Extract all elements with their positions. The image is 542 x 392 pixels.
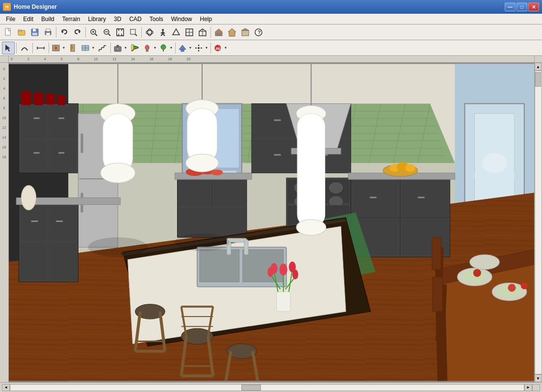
svg-point-243 bbox=[296, 220, 326, 235]
library-dropdown[interactable]: ▾ bbox=[169, 42, 174, 54]
stair-tool[interactable] bbox=[96, 42, 109, 54]
svg-point-252 bbox=[473, 269, 481, 277]
zoom-box-button[interactable] bbox=[127, 26, 140, 39]
svg-rect-133 bbox=[34, 93, 44, 105]
scroll-thumb-horizontal[interactable] bbox=[241, 385, 261, 391]
sep5 bbox=[16, 43, 17, 53]
menu-file[interactable]: File bbox=[2, 15, 19, 24]
decor-dropdown[interactable]: ▾ bbox=[153, 42, 157, 54]
svg-rect-203 bbox=[277, 292, 290, 311]
save-button[interactable] bbox=[28, 26, 41, 39]
sep3 bbox=[141, 27, 142, 38]
zoom-out-button[interactable] bbox=[101, 26, 113, 39]
door-tool[interactable] bbox=[67, 42, 79, 54]
canvas-area[interactable] bbox=[9, 63, 534, 382]
scrollbar-right[interactable]: ▲ ▼ bbox=[534, 63, 542, 382]
scroll-track-vertical[interactable] bbox=[535, 71, 542, 374]
svg-point-162 bbox=[211, 170, 223, 175]
svg-rect-38 bbox=[219, 33, 221, 36]
close-button[interactable]: ✕ bbox=[528, 2, 539, 11]
svg-rect-258 bbox=[432, 237, 441, 270]
window-tool[interactable] bbox=[80, 42, 91, 54]
library-group: ▾ bbox=[158, 42, 174, 54]
scroll-left-button[interactable]: ◄ bbox=[2, 384, 10, 391]
status-bar: ◄ ► bbox=[0, 382, 542, 392]
floor-dropdown[interactable]: ▾ bbox=[188, 42, 193, 54]
elevation-button[interactable] bbox=[170, 26, 182, 39]
redo-button[interactable] bbox=[71, 26, 84, 39]
menu-terrain[interactable]: Terrain bbox=[58, 15, 84, 24]
menu-library[interactable]: Library bbox=[84, 15, 110, 24]
cabinet-dropdown[interactable]: ▾ bbox=[61, 42, 66, 54]
house-interior-button[interactable] bbox=[239, 26, 252, 39]
menu-cad[interactable]: CAD bbox=[125, 15, 145, 24]
framing-button[interactable] bbox=[183, 26, 196, 39]
svg-rect-158 bbox=[179, 208, 246, 237]
svg-point-64 bbox=[116, 48, 119, 50]
cabinet-tool[interactable] bbox=[51, 42, 61, 54]
dimension-tool[interactable] bbox=[34, 42, 47, 54]
ruler-left-mark: 4 bbox=[3, 83, 5, 93]
ruler-left: 0 2 4 6 8 10 12 14 16 18 bbox=[0, 63, 9, 382]
svg-rect-257 bbox=[433, 277, 442, 312]
menu-tools[interactable]: Tools bbox=[146, 15, 167, 24]
record-tool[interactable]: REC bbox=[212, 42, 223, 54]
orbit-button[interactable] bbox=[143, 26, 156, 39]
house-button[interactable] bbox=[212, 26, 225, 39]
sep6 bbox=[32, 43, 33, 53]
transform-tool[interactable] bbox=[193, 42, 204, 54]
scroll-right-button[interactable]: ► bbox=[524, 384, 532, 391]
svg-point-51 bbox=[56, 48, 57, 49]
help-button[interactable]: ? bbox=[252, 26, 265, 39]
menu-edit[interactable]: Edit bbox=[19, 15, 37, 24]
new-button[interactable] bbox=[2, 26, 15, 39]
svg-point-254 bbox=[521, 282, 528, 289]
floor-group: ▾ bbox=[177, 42, 193, 54]
select-tool[interactable] bbox=[2, 42, 15, 54]
paint-tool[interactable] bbox=[129, 42, 141, 54]
doll-house-button[interactable] bbox=[196, 26, 209, 39]
window-group: ▾ bbox=[80, 42, 96, 54]
house-exterior-button[interactable] bbox=[226, 26, 238, 39]
svg-rect-168 bbox=[274, 120, 281, 121]
library-tool[interactable] bbox=[158, 42, 169, 54]
camera-tool[interactable] bbox=[112, 42, 123, 54]
svg-point-235 bbox=[101, 163, 135, 183]
zoom-in-button[interactable] bbox=[87, 26, 100, 39]
undo-button[interactable] bbox=[58, 26, 71, 39]
arc-tool[interactable] bbox=[18, 42, 31, 54]
decor-tool[interactable] bbox=[142, 42, 153, 54]
fill-window-button[interactable] bbox=[114, 26, 127, 39]
record-dropdown[interactable]: ▾ bbox=[223, 42, 228, 54]
svg-point-259 bbox=[88, 237, 148, 257]
scroll-down-button[interactable]: ▼ bbox=[535, 374, 542, 382]
ruler-mark: 16 bbox=[150, 57, 154, 61]
svg-point-70 bbox=[161, 45, 166, 49]
minimize-button[interactable]: — bbox=[505, 2, 516, 11]
svg-point-192 bbox=[405, 164, 415, 172]
transform-dropdown[interactable]: ▾ bbox=[204, 42, 209, 54]
print-button[interactable] bbox=[42, 26, 54, 39]
svg-rect-149 bbox=[56, 220, 63, 222]
open-button[interactable] bbox=[15, 26, 28, 39]
svg-rect-183 bbox=[401, 179, 449, 217]
sep4 bbox=[210, 27, 211, 38]
scroll-track-horizontal[interactable] bbox=[10, 384, 524, 391]
svg-rect-138 bbox=[79, 180, 117, 246]
svg-rect-201 bbox=[227, 238, 247, 242]
menu-window[interactable]: Window bbox=[167, 15, 196, 24]
walk-button[interactable] bbox=[156, 26, 169, 39]
camera-dropdown[interactable]: ▾ bbox=[123, 42, 128, 54]
svg-rect-143 bbox=[20, 204, 48, 242]
menu-build[interactable]: Build bbox=[37, 15, 58, 24]
svg-point-21 bbox=[146, 30, 153, 34]
svg-line-17 bbox=[108, 34, 110, 36]
menu-help[interactable]: Help bbox=[196, 15, 216, 24]
floor-up-tool[interactable] bbox=[177, 42, 188, 54]
scroll-thumb-vertical[interactable] bbox=[535, 72, 541, 87]
menu-3d[interactable]: 3D bbox=[110, 15, 125, 24]
svg-point-213 bbox=[267, 267, 273, 277]
scroll-up-button[interactable]: ▲ bbox=[535, 63, 542, 71]
maximize-button[interactable]: □ bbox=[516, 2, 527, 11]
window-dropdown[interactable]: ▾ bbox=[91, 42, 96, 54]
